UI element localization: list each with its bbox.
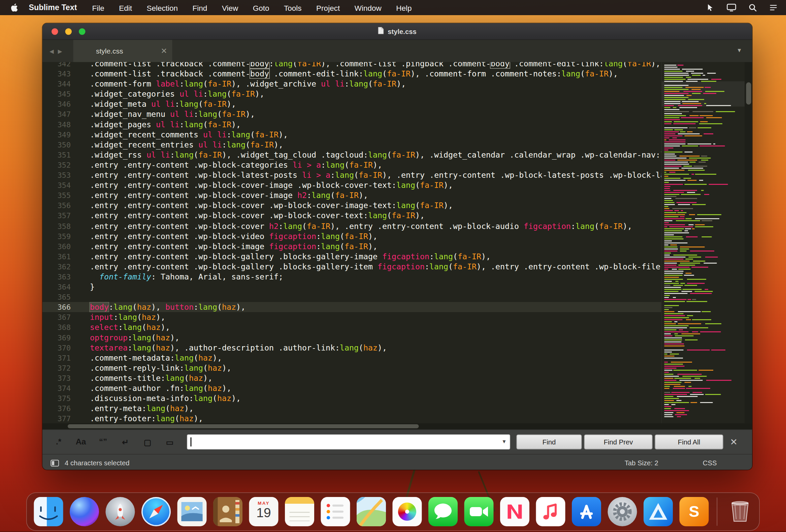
syntax-indicator[interactable]: CSS	[703, 459, 717, 467]
code-line-348[interactable]: 348.widget_pages ul li:lang(fa-IR),	[42, 119, 662, 130]
find-prev-button[interactable]: Find Prev	[584, 434, 653, 449]
code-editor[interactable]: 342.comment-list .trackback .comment-bod…	[42, 62, 752, 423]
code-line-343[interactable]: 343.comment-list .trackback .comment-bod…	[42, 69, 662, 79]
code-line-347[interactable]: 347.widget_nav_menu ul li:lang(fa-IR),	[42, 110, 662, 119]
input-history-dropdown-icon[interactable]: ▾	[503, 438, 506, 445]
code-line-364[interactable]: 364}	[42, 282, 662, 292]
code-line-372[interactable]: 372.comment-reply-link:lang(haz),	[42, 363, 662, 373]
dock-system-preferences-icon[interactable]	[608, 497, 637, 526]
code-line-370[interactable]: 370textarea:lang(haz), .author-descripti…	[42, 343, 662, 353]
find-button[interactable]: Find	[516, 434, 582, 449]
code-line-371[interactable]: 371.comment-metadata:lang(haz),	[42, 353, 662, 363]
menu-item-project[interactable]: Project	[316, 3, 340, 12]
tab-style-css[interactable]: style.css ✕	[73, 40, 172, 62]
code-line-355[interactable]: 355.entry .entry-content .wp-block-cover…	[42, 190, 662, 201]
dock-calendar-icon[interactable]: MAY19	[249, 497, 278, 526]
code-line-356[interactable]: 356.entry .entry-content .wp-block-cover…	[42, 201, 662, 211]
code-line-369[interactable]: 369optgroup:lang(haz),	[42, 333, 662, 343]
code-line-354[interactable]: 354.entry .entry-content .wp-block-cover…	[42, 181, 662, 190]
dock-mail-icon[interactable]	[178, 497, 207, 526]
code-line-361[interactable]: 361.entry .entry-content .wp-block-galle…	[42, 252, 662, 262]
dock-music-icon[interactable]	[536, 497, 565, 526]
horizontal-scrollbar-thumb[interactable]	[68, 424, 419, 428]
code-line-346[interactable]: 346.widget_meta ul li:lang(fa-IR),	[42, 99, 662, 110]
tab-size-indicator[interactable]: Tab Size: 2	[625, 459, 658, 467]
code-line-365[interactable]: 365	[42, 292, 662, 302]
regex-toggle[interactable]: .*	[50, 435, 67, 449]
menu-item-tools[interactable]: Tools	[284, 3, 302, 12]
tab-scroll-right-icon[interactable]: ▶	[58, 48, 62, 54]
close-find-panel-icon[interactable]: ✕	[730, 436, 738, 447]
code-line-368[interactable]: 368select:lang(haz),	[42, 323, 662, 333]
code-line-374[interactable]: 374.comment-author .fn:lang(haz),	[42, 384, 662, 394]
window-titlebar[interactable]: style.css	[42, 23, 752, 40]
dock-safari-icon[interactable]	[141, 497, 171, 526]
menu-item-file[interactable]: File	[92, 3, 104, 12]
zoom-window-button[interactable]	[79, 28, 86, 35]
code-line-376[interactable]: 376.entry-meta:lang(haz),	[42, 404, 662, 414]
dock-photos-icon[interactable]	[393, 497, 422, 526]
dock-messages-icon[interactable]	[429, 497, 458, 526]
code-line-351[interactable]: 351.widget_rss ul li:lang(fa-IR), .widge…	[42, 150, 662, 160]
code-line-344[interactable]: 344.comment-form label:lang(fa-IR), .wid…	[42, 79, 662, 89]
menu-item-window[interactable]: Window	[354, 3, 382, 12]
code-line-366[interactable]: 366body:lang(haz), button:lang(haz),	[42, 302, 662, 312]
notification-list-icon[interactable]	[769, 3, 778, 12]
code-line-377[interactable]: 377.entry-footer:lang(haz),	[42, 414, 662, 423]
apple-menu-icon[interactable]	[11, 4, 18, 12]
dock-maps-icon[interactable]	[356, 497, 386, 526]
whole-word-toggle[interactable]: “”	[95, 435, 111, 449]
dock-contacts-icon[interactable]	[213, 497, 242, 526]
tab-list-dropdown-icon[interactable]: ▼	[737, 47, 742, 53]
code-line-345[interactable]: 345.widget_categories ul li:lang(fa-IR),	[42, 89, 662, 99]
dock-trash-icon[interactable]	[725, 497, 755, 526]
tab-scroll-left-icon[interactable]: ◀	[49, 48, 54, 54]
close-window-button[interactable]	[51, 28, 58, 35]
minimap[interactable]	[662, 62, 745, 423]
menu-item-help[interactable]: Help	[396, 3, 412, 12]
dock-news-icon[interactable]	[500, 497, 529, 526]
dock-facetime-icon[interactable]	[464, 497, 494, 526]
tab-close-icon[interactable]: ✕	[161, 46, 167, 55]
wrap-toggle[interactable]: ↵	[117, 435, 133, 449]
search-input[interactable]: ▾	[187, 434, 510, 449]
code-line-350[interactable]: 350.widget_recent_entries ul li:lang(fa-…	[42, 140, 662, 150]
find-all-button[interactable]: Find All	[655, 434, 723, 449]
panel-toggle-icon[interactable]	[50, 459, 59, 466]
menu-item-view[interactable]: View	[222, 3, 238, 12]
code-line-359[interactable]: 359.entry .entry-content .wp-block-video…	[42, 231, 662, 241]
highlight-matches-toggle[interactable]: ▭	[162, 435, 178, 449]
dock-finder-icon[interactable]	[34, 497, 63, 526]
code-line-362[interactable]: 362.entry .entry-content .wp-block-galle…	[42, 262, 662, 272]
code-line-352[interactable]: 352.entry .entry-content .wp-block-categ…	[42, 160, 662, 170]
dock-app-store-icon[interactable]	[572, 497, 601, 526]
vertical-scrollbar[interactable]	[745, 62, 752, 423]
dock-launchpad-icon[interactable]	[106, 497, 135, 526]
horizontal-scrollbar[interactable]	[42, 423, 752, 429]
menu-item-find[interactable]: Find	[193, 3, 207, 12]
minimize-window-button[interactable]	[65, 28, 72, 35]
code-line-360[interactable]: 360.entry .entry-content .wp-block-image…	[42, 241, 662, 252]
dock-notes-icon[interactable]	[285, 497, 314, 526]
spotlight-search-icon[interactable]	[748, 3, 757, 12]
menu-item-selection[interactable]: Selection	[147, 3, 178, 12]
app-menu[interactable]: Sublime Text	[29, 3, 77, 12]
code-line-375[interactable]: 375.discussion-meta-info:lang(haz),	[42, 394, 662, 404]
menu-item-goto[interactable]: Goto	[253, 3, 270, 12]
code-line-353[interactable]: 353.entry .entry-content .wp-block-lates…	[42, 170, 662, 181]
menu-item-edit[interactable]: Edit	[119, 3, 132, 12]
code-line-357[interactable]: 357.entry .entry-content .wp-block-cover…	[42, 211, 662, 221]
vertical-scrollbar-thumb[interactable]	[746, 83, 751, 105]
dock-reminders-icon[interactable]	[321, 497, 350, 526]
code-line-367[interactable]: 367input:lang(haz),	[42, 313, 662, 323]
dock-app-icon[interactable]	[644, 497, 673, 526]
code-line-363[interactable]: 363 font-family: Tahoma, Arial, sans-ser…	[42, 272, 662, 282]
code-line-349[interactable]: 349.widget_recent_comments ul li:lang(fa…	[42, 130, 662, 140]
in-selection-toggle[interactable]: ▢	[139, 435, 156, 449]
dock-siri-icon[interactable]	[70, 497, 99, 526]
pointer-icon[interactable]	[706, 3, 715, 12]
code-line-358[interactable]: 358.entry .entry-content .wp-block-cover…	[42, 221, 662, 231]
code-line-373[interactable]: 373.comments-title:lang(haz),	[42, 373, 662, 383]
displays-icon[interactable]	[726, 3, 737, 13]
dock-sublime-text-icon[interactable]: S	[679, 497, 709, 526]
